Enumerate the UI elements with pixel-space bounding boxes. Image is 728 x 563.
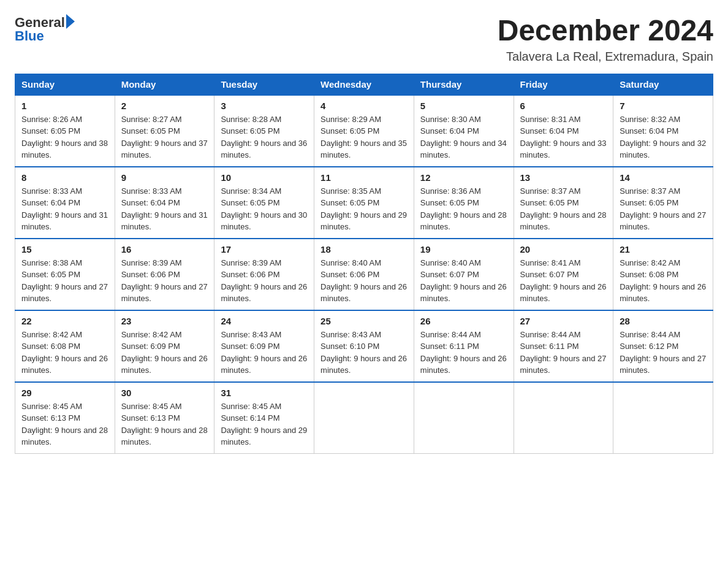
calendar-cell: 8Sunrise: 8:33 AMSunset: 6:04 PMDaylight… — [15, 167, 115, 239]
day-info: Sunrise: 8:37 AMSunset: 6:05 PMDaylight:… — [620, 185, 707, 233]
day-number: 2 — [121, 101, 208, 111]
day-info: Sunrise: 8:40 AMSunset: 6:07 PMDaylight:… — [420, 257, 507, 305]
day-number: 3 — [221, 101, 308, 111]
calendar-cell: 10Sunrise: 8:34 AMSunset: 6:05 PMDayligh… — [214, 167, 314, 239]
calendar-cell: 11Sunrise: 8:35 AMSunset: 6:05 PMDayligh… — [314, 167, 414, 239]
day-number: 19 — [420, 244, 507, 255]
day-number: 26 — [420, 316, 507, 326]
day-info: Sunrise: 8:39 AMSunset: 6:06 PMDaylight:… — [121, 257, 208, 305]
logo-blue-text: Blue — [15, 28, 44, 44]
logo-arrow-icon — [66, 14, 75, 29]
day-info: Sunrise: 8:30 AMSunset: 6:04 PMDaylight:… — [420, 113, 507, 161]
calendar-cell: 22Sunrise: 8:42 AMSunset: 6:08 PMDayligh… — [15, 310, 115, 382]
day-number: 11 — [320, 172, 408, 183]
calendar-cell: 24Sunrise: 8:43 AMSunset: 6:09 PMDayligh… — [214, 310, 314, 382]
calendar-cell: 18Sunrise: 8:40 AMSunset: 6:06 PMDayligh… — [314, 239, 414, 310]
calendar-cell: 4Sunrise: 8:29 AMSunset: 6:05 PMDaylight… — [314, 95, 414, 167]
day-header-friday: Friday — [514, 74, 613, 95]
calendar-cell: 27Sunrise: 8:44 AMSunset: 6:11 PMDayligh… — [514, 310, 613, 382]
day-number: 20 — [520, 244, 607, 255]
day-info: Sunrise: 8:33 AMSunset: 6:04 PMDaylight:… — [21, 185, 108, 233]
calendar-cell — [514, 382, 613, 454]
day-number: 7 — [620, 101, 707, 111]
calendar-cell: 2Sunrise: 8:27 AMSunset: 6:05 PMDaylight… — [115, 95, 214, 167]
day-info: Sunrise: 8:38 AMSunset: 6:05 PMDaylight:… — [21, 257, 108, 305]
day-number: 15 — [21, 244, 108, 255]
day-number: 14 — [620, 172, 707, 183]
calendar-cell: 16Sunrise: 8:39 AMSunset: 6:06 PMDayligh… — [115, 239, 214, 310]
calendar-cell — [414, 382, 514, 454]
day-header-saturday: Saturday — [613, 74, 713, 95]
days-row: SundayMondayTuesdayWednesdayThursdayFrid… — [15, 74, 713, 95]
day-number: 22 — [21, 316, 108, 326]
day-info: Sunrise: 8:37 AMSunset: 6:05 PMDaylight:… — [520, 185, 607, 233]
day-number: 21 — [620, 244, 707, 255]
calendar-cell: 26Sunrise: 8:44 AMSunset: 6:11 PMDayligh… — [414, 310, 514, 382]
day-info: Sunrise: 8:31 AMSunset: 6:04 PMDaylight:… — [520, 113, 607, 161]
calendar-cell: 30Sunrise: 8:45 AMSunset: 6:13 PMDayligh… — [115, 382, 214, 454]
calendar-cell: 31Sunrise: 8:45 AMSunset: 6:14 PMDayligh… — [214, 382, 314, 454]
day-number: 17 — [221, 244, 308, 255]
day-info: Sunrise: 8:42 AMSunset: 6:08 PMDaylight:… — [620, 257, 707, 305]
calendar-cell: 6Sunrise: 8:31 AMSunset: 6:04 PMDaylight… — [514, 95, 613, 167]
day-number: 8 — [21, 172, 108, 183]
day-info: Sunrise: 8:45 AMSunset: 6:13 PMDaylight:… — [121, 400, 208, 448]
day-header-thursday: Thursday — [414, 74, 514, 95]
day-number: 4 — [320, 101, 408, 111]
day-number: 12 — [420, 172, 507, 183]
week-row-4: 22Sunrise: 8:42 AMSunset: 6:08 PMDayligh… — [15, 310, 713, 382]
day-number: 23 — [121, 316, 208, 326]
calendar-cell: 28Sunrise: 8:44 AMSunset: 6:12 PMDayligh… — [613, 310, 713, 382]
day-header-monday: Monday — [115, 74, 214, 95]
day-info: Sunrise: 8:27 AMSunset: 6:05 PMDaylight:… — [121, 113, 208, 161]
day-number: 1 — [21, 101, 108, 111]
day-number: 10 — [221, 172, 308, 183]
week-row-5: 29Sunrise: 8:45 AMSunset: 6:13 PMDayligh… — [15, 382, 713, 454]
calendar-cell: 23Sunrise: 8:42 AMSunset: 6:09 PMDayligh… — [115, 310, 214, 382]
day-number: 29 — [21, 388, 108, 398]
day-info: Sunrise: 8:28 AMSunset: 6:05 PMDaylight:… — [221, 113, 308, 161]
calendar-cell: 1Sunrise: 8:26 AMSunset: 6:05 PMDaylight… — [15, 95, 115, 167]
day-info: Sunrise: 8:39 AMSunset: 6:06 PMDaylight:… — [221, 257, 308, 305]
day-number: 28 — [620, 316, 707, 326]
calendar-cell: 25Sunrise: 8:43 AMSunset: 6:10 PMDayligh… — [314, 310, 414, 382]
day-number: 5 — [420, 101, 507, 111]
day-number: 16 — [121, 244, 208, 255]
calendar-cell: 29Sunrise: 8:45 AMSunset: 6:13 PMDayligh… — [15, 382, 115, 454]
day-number: 13 — [520, 172, 607, 183]
title-area: December 2024 Talavera La Real, Extremad… — [498, 15, 713, 64]
day-info: Sunrise: 8:43 AMSunset: 6:09 PMDaylight:… — [221, 329, 308, 377]
day-info: Sunrise: 8:35 AMSunset: 6:05 PMDaylight:… — [320, 185, 408, 233]
day-header-wednesday: Wednesday — [314, 74, 414, 95]
day-number: 30 — [121, 388, 208, 398]
day-info: Sunrise: 8:41 AMSunset: 6:07 PMDaylight:… — [520, 257, 607, 305]
day-header-tuesday: Tuesday — [214, 74, 314, 95]
day-info: Sunrise: 8:42 AMSunset: 6:08 PMDaylight:… — [21, 329, 108, 377]
day-number: 27 — [520, 316, 607, 326]
day-info: Sunrise: 8:44 AMSunset: 6:12 PMDaylight:… — [620, 329, 707, 377]
day-info: Sunrise: 8:44 AMSunset: 6:11 PMDaylight:… — [420, 329, 507, 377]
day-number: 24 — [221, 316, 308, 326]
calendar-title: December 2024 — [498, 15, 713, 47]
day-info: Sunrise: 8:36 AMSunset: 6:05 PMDaylight:… — [420, 185, 507, 233]
day-info: Sunrise: 8:45 AMSunset: 6:14 PMDaylight:… — [221, 400, 308, 448]
week-row-3: 15Sunrise: 8:38 AMSunset: 6:05 PMDayligh… — [15, 239, 713, 310]
day-number: 6 — [520, 101, 607, 111]
calendar-cell: 15Sunrise: 8:38 AMSunset: 6:05 PMDayligh… — [15, 239, 115, 310]
day-info: Sunrise: 8:44 AMSunset: 6:11 PMDaylight:… — [520, 329, 607, 377]
week-row-1: 1Sunrise: 8:26 AMSunset: 6:05 PMDaylight… — [15, 95, 713, 167]
calendar-cell: 12Sunrise: 8:36 AMSunset: 6:05 PMDayligh… — [414, 167, 514, 239]
day-header-sunday: Sunday — [15, 74, 115, 95]
day-info: Sunrise: 8:40 AMSunset: 6:06 PMDaylight:… — [320, 257, 408, 305]
calendar-subtitle: Talavera La Real, Extremadura, Spain — [498, 50, 713, 64]
calendar-cell: 21Sunrise: 8:42 AMSunset: 6:08 PMDayligh… — [613, 239, 713, 310]
day-info: Sunrise: 8:42 AMSunset: 6:09 PMDaylight:… — [121, 329, 208, 377]
day-info: Sunrise: 8:29 AMSunset: 6:05 PMDaylight:… — [320, 113, 408, 161]
calendar-header: SundayMondayTuesdayWednesdayThursdayFrid… — [15, 74, 713, 95]
day-info: Sunrise: 8:34 AMSunset: 6:05 PMDaylight:… — [221, 185, 308, 233]
day-number: 31 — [221, 388, 308, 398]
day-info: Sunrise: 8:32 AMSunset: 6:04 PMDaylight:… — [620, 113, 707, 161]
calendar-cell — [314, 382, 414, 454]
logo: General Blue — [15, 15, 75, 44]
calendar-cell: 17Sunrise: 8:39 AMSunset: 6:06 PMDayligh… — [214, 239, 314, 310]
